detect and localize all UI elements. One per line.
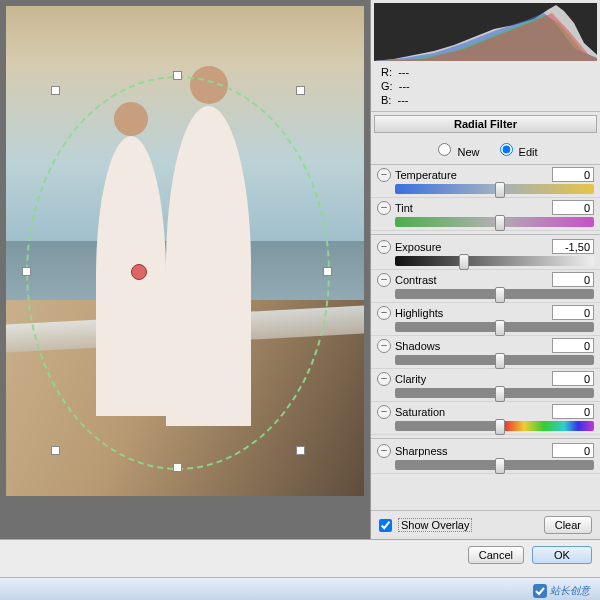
slider-thumb[interactable] xyxy=(495,386,505,402)
collapse-icon[interactable]: − xyxy=(377,405,391,419)
slider-label: Shadows xyxy=(395,340,548,352)
slider-row-clarity: − Clarity xyxy=(371,369,600,402)
sliders-group: − Temperature − Tint − Exposure − Contra… xyxy=(371,164,600,510)
mode-radios: New Edit xyxy=(371,136,600,164)
handle-bottom-right[interactable] xyxy=(296,446,305,455)
slider-track[interactable] xyxy=(395,421,594,431)
slider-value-input[interactable] xyxy=(552,239,594,254)
histogram[interactable] xyxy=(374,3,597,61)
image-canvas[interactable] xyxy=(6,6,364,496)
rgb-readout: R: --- G: --- B: --- xyxy=(371,61,600,112)
slider-thumb[interactable] xyxy=(495,215,505,231)
slider-label: Sharpness xyxy=(395,445,548,457)
filter-pin[interactable] xyxy=(131,264,147,280)
slider-track[interactable] xyxy=(395,388,594,398)
collapse-icon[interactable]: − xyxy=(377,306,391,320)
handle-bottom-left[interactable] xyxy=(51,446,60,455)
slider-value-input[interactable] xyxy=(552,272,594,287)
slider-row-tint: − Tint xyxy=(371,198,600,231)
slider-thumb[interactable] xyxy=(459,254,469,270)
slider-label: Saturation xyxy=(395,406,548,418)
slider-thumb[interactable] xyxy=(495,182,505,198)
cancel-button[interactable]: Cancel xyxy=(468,546,524,564)
photo-subject xyxy=(166,106,251,426)
slider-thumb[interactable] xyxy=(495,458,505,474)
slider-value-input[interactable] xyxy=(552,443,594,458)
slider-thumb[interactable] xyxy=(495,419,505,435)
slider-track[interactable] xyxy=(395,217,594,227)
slider-row-contrast: − Contrast xyxy=(371,270,600,303)
collapse-icon[interactable]: − xyxy=(377,444,391,458)
collapse-icon[interactable]: − xyxy=(377,339,391,353)
slider-row-temperature: − Temperature xyxy=(371,165,600,198)
radio-edit[interactable]: Edit xyxy=(495,146,538,158)
collapse-icon[interactable]: − xyxy=(377,168,391,182)
site-badge: 站长创意 xyxy=(533,584,590,598)
handle-top-left[interactable] xyxy=(51,86,60,95)
slider-track[interactable] xyxy=(395,256,594,266)
svg-rect-0 xyxy=(533,584,547,598)
photo-subject xyxy=(96,136,166,416)
slider-value-input[interactable] xyxy=(552,338,594,353)
slider-row-exposure: − Exposure xyxy=(371,234,600,270)
slider-row-sharpness: − Sharpness xyxy=(371,438,600,474)
slider-row-highlights: − Highlights xyxy=(371,303,600,336)
slider-track[interactable] xyxy=(395,289,594,299)
slider-label: Exposure xyxy=(395,241,548,253)
slider-value-input[interactable] xyxy=(552,371,594,386)
slider-label: Clarity xyxy=(395,373,548,385)
show-overlay-label: Show Overlay xyxy=(398,518,472,532)
slider-row-shadows: − Shadows xyxy=(371,336,600,369)
slider-label: Temperature xyxy=(395,169,548,181)
slider-thumb[interactable] xyxy=(495,287,505,303)
handle-top-right[interactable] xyxy=(296,86,305,95)
slider-value-input[interactable] xyxy=(552,404,594,419)
slider-track[interactable] xyxy=(395,355,594,365)
clear-button[interactable]: Clear xyxy=(544,516,592,534)
handle-left[interactable] xyxy=(22,267,31,276)
ok-button[interactable]: OK xyxy=(532,546,592,564)
canvas-area[interactable] xyxy=(0,0,370,539)
slider-row-saturation: − Saturation xyxy=(371,402,600,435)
slider-label: Contrast xyxy=(395,274,548,286)
slider-track[interactable] xyxy=(395,460,594,470)
dialog-footer: Cancel OK xyxy=(0,539,600,577)
slider-value-input[interactable] xyxy=(552,167,594,182)
slider-label: Highlights xyxy=(395,307,548,319)
slider-thumb[interactable] xyxy=(495,320,505,336)
handle-bottom[interactable] xyxy=(173,463,182,472)
collapse-icon[interactable]: − xyxy=(377,201,391,215)
slider-value-input[interactable] xyxy=(552,200,594,215)
collapse-icon[interactable]: − xyxy=(377,273,391,287)
slider-track[interactable] xyxy=(395,184,594,194)
collapse-icon[interactable]: − xyxy=(377,372,391,386)
slider-value-input[interactable] xyxy=(552,305,594,320)
slider-thumb[interactable] xyxy=(495,353,505,369)
section-title: Radial Filter xyxy=(374,115,597,133)
slider-track[interactable] xyxy=(395,322,594,332)
taskbar: 站长创意 xyxy=(0,577,600,600)
handle-right[interactable] xyxy=(323,267,332,276)
radio-new[interactable]: New xyxy=(433,146,479,158)
adjustments-panel: 思缘设计论坛 WWW.MISSYUAN.COM R: --- G: --- B:… xyxy=(370,0,600,539)
slider-label: Tint xyxy=(395,202,548,214)
collapse-icon[interactable]: − xyxy=(377,240,391,254)
show-overlay-checkbox[interactable] xyxy=(379,519,392,532)
handle-top[interactable] xyxy=(173,71,182,80)
